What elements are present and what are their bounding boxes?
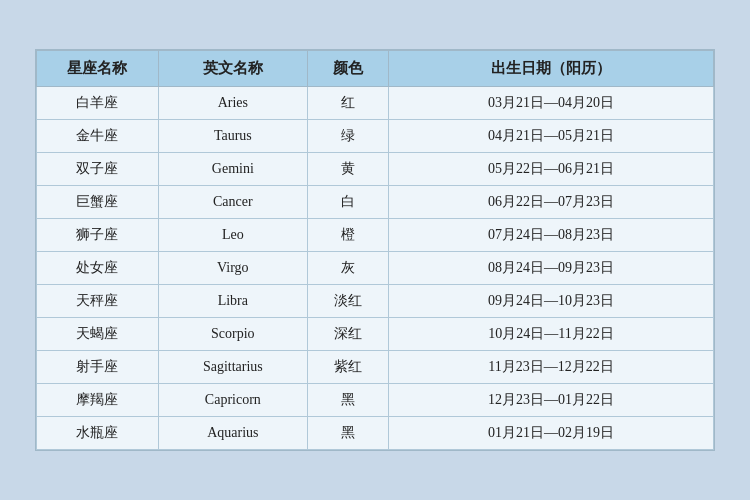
cell-english: Libra [158,285,307,318]
cell-english: Aries [158,87,307,120]
zodiac-table: 星座名称 英文名称 颜色 出生日期（阳历） 白羊座Aries红03月21日—04… [36,50,714,450]
cell-chinese: 白羊座 [37,87,159,120]
cell-chinese: 巨蟹座 [37,186,159,219]
cell-chinese: 摩羯座 [37,384,159,417]
header-date: 出生日期（阳历） [389,51,714,87]
table-header-row: 星座名称 英文名称 颜色 出生日期（阳历） [37,51,714,87]
cell-date: 05月22日—06月21日 [389,153,714,186]
cell-english: Capricorn [158,384,307,417]
cell-date: 08月24日—09月23日 [389,252,714,285]
cell-english: Gemini [158,153,307,186]
cell-color: 黑 [307,384,388,417]
cell-chinese: 狮子座 [37,219,159,252]
table-row: 天秤座Libra淡红09月24日—10月23日 [37,285,714,318]
header-color: 颜色 [307,51,388,87]
cell-date: 04月21日—05月21日 [389,120,714,153]
cell-color: 深红 [307,318,388,351]
table-row: 天蝎座Scorpio深红10月24日—11月22日 [37,318,714,351]
cell-date: 12月23日—01月22日 [389,384,714,417]
cell-english: Aquarius [158,417,307,450]
cell-chinese: 金牛座 [37,120,159,153]
cell-chinese: 射手座 [37,351,159,384]
cell-color: 灰 [307,252,388,285]
cell-english: Cancer [158,186,307,219]
table-row: 水瓶座Aquarius黑01月21日—02月19日 [37,417,714,450]
cell-chinese: 天秤座 [37,285,159,318]
cell-english: Scorpio [158,318,307,351]
table-row: 狮子座Leo橙07月24日—08月23日 [37,219,714,252]
cell-color: 淡红 [307,285,388,318]
table-row: 处女座Virgo灰08月24日—09月23日 [37,252,714,285]
cell-english: Virgo [158,252,307,285]
cell-chinese: 水瓶座 [37,417,159,450]
cell-color: 黄 [307,153,388,186]
table-row: 巨蟹座Cancer白06月22日—07月23日 [37,186,714,219]
cell-date: 09月24日—10月23日 [389,285,714,318]
cell-date: 10月24日—11月22日 [389,318,714,351]
cell-date: 06月22日—07月23日 [389,186,714,219]
table-row: 摩羯座Capricorn黑12月23日—01月22日 [37,384,714,417]
cell-color: 黑 [307,417,388,450]
zodiac-table-container: 星座名称 英文名称 颜色 出生日期（阳历） 白羊座Aries红03月21日—04… [35,49,715,451]
table-row: 白羊座Aries红03月21日—04月20日 [37,87,714,120]
cell-english: Taurus [158,120,307,153]
cell-chinese: 处女座 [37,252,159,285]
header-english: 英文名称 [158,51,307,87]
table-row: 双子座Gemini黄05月22日—06月21日 [37,153,714,186]
cell-date: 01月21日—02月19日 [389,417,714,450]
cell-english: Sagittarius [158,351,307,384]
cell-date: 03月21日—04月20日 [389,87,714,120]
cell-date: 07月24日—08月23日 [389,219,714,252]
table-row: 金牛座Taurus绿04月21日—05月21日 [37,120,714,153]
header-chinese: 星座名称 [37,51,159,87]
cell-chinese: 双子座 [37,153,159,186]
cell-english: Leo [158,219,307,252]
cell-color: 紫红 [307,351,388,384]
cell-chinese: 天蝎座 [37,318,159,351]
cell-color: 绿 [307,120,388,153]
cell-color: 红 [307,87,388,120]
table-row: 射手座Sagittarius紫红11月23日—12月22日 [37,351,714,384]
cell-date: 11月23日—12月22日 [389,351,714,384]
cell-color: 橙 [307,219,388,252]
cell-color: 白 [307,186,388,219]
